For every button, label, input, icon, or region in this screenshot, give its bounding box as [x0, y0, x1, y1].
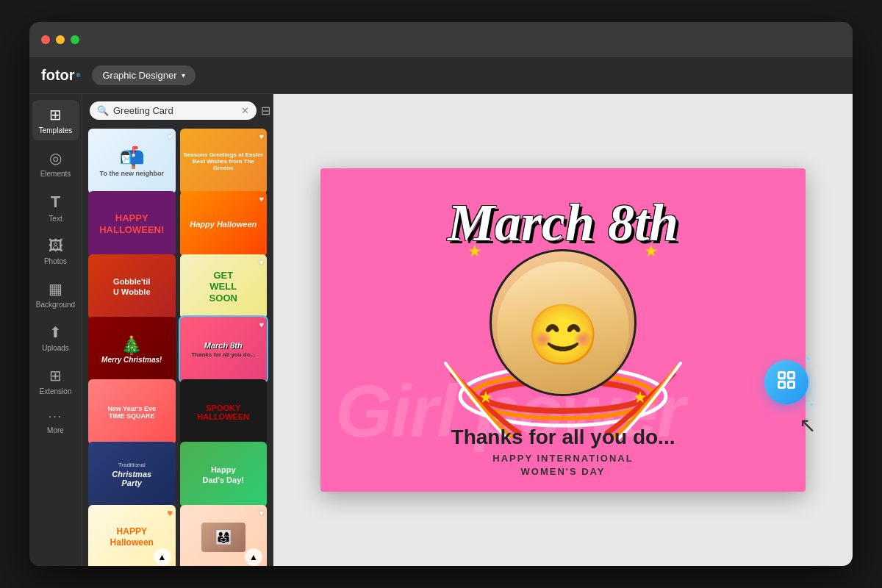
sparkle-icon-2: ✦	[808, 401, 814, 409]
sidebar-item-uploads[interactable]: ⬆ Uploads	[32, 318, 79, 358]
text-icon: T	[51, 193, 60, 212]
app-window: fotor® Graphic Designer ▾ ⊞ Templates ◎ …	[29, 22, 853, 566]
logo-superscript: ®	[76, 72, 81, 79]
extension-icon: ⊞	[49, 367, 62, 384]
template-card[interactable]: Happy Halloween ♥	[180, 191, 268, 257]
sidebar-item-label-templates: Templates	[39, 126, 73, 135]
star-bottom-right: ★	[633, 388, 648, 407]
template-card[interactable]: GETWELLSOON ♥	[180, 254, 268, 320]
graphic-designer-dropdown[interactable]: Graphic Designer ▾	[92, 65, 195, 85]
template-card-selected[interactable]: March 8th Thanks for all you do... ♥	[180, 317, 268, 382]
svg-rect-6	[788, 381, 794, 387]
sidebar-item-photos[interactable]: 🖼 Photos	[32, 232, 79, 271]
template-card[interactable]: HappyDad's Day!	[180, 442, 268, 507]
sidebar-item-text[interactable]: T Text	[32, 187, 79, 229]
elements-icon: ◎	[49, 149, 62, 167]
favorite-icon: ♥	[259, 257, 264, 268]
favorite-icon: ♥	[167, 508, 172, 518]
sparkle-icon: ✦	[804, 354, 811, 365]
favorite-icon: ♥	[259, 320, 264, 330]
favorite-icon: ♥	[167, 132, 172, 142]
top-header: fotor® Graphic Designer ▾	[29, 57, 853, 94]
star-right: ★	[644, 242, 659, 261]
search-bar: 🔍 ✕ ⊟	[82, 94, 273, 126]
more-icon: ···	[49, 410, 62, 423]
main-content: ⊞ Templates ◎ Elements T Text 🖼 Photos ▦…	[29, 94, 853, 566]
logo-text: fotor	[41, 67, 75, 84]
scroll-down-button[interactable]: ▲	[154, 548, 171, 566]
template-card[interactable]: 👨‍👩‍👧 ♥ ▲	[180, 505, 268, 566]
template-card[interactable]: Seasons Greetings at EasterBest Wishes f…	[180, 129, 268, 194]
templates-icon: ⊞	[49, 106, 62, 123]
fullscreen-button[interactable]	[71, 35, 79, 44]
sidebar: ⊞ Templates ◎ Elements T Text 🖼 Photos ▦…	[29, 94, 82, 566]
svg-rect-3	[779, 373, 785, 379]
template-card[interactable]: 📬 To the new neighbor ♥	[88, 129, 176, 194]
svg-rect-5	[779, 381, 785, 387]
sidebar-item-label-text: Text	[49, 215, 62, 223]
template-card[interactable]: Gobble'tilU Wobble	[88, 254, 176, 320]
chevron-down-icon: ▾	[182, 71, 185, 79]
photos-icon: 🖼	[49, 237, 63, 254]
logo: fotor®	[41, 67, 80, 84]
filter-button[interactable]: ⊟	[261, 104, 270, 118]
clear-search-button[interactable]: ✕	[241, 105, 249, 116]
sidebar-item-templates[interactable]: ⊞ Templates	[32, 100, 79, 140]
canvas-caption: HAPPY INTERNATIONAL WOMEN'S DAY	[451, 452, 675, 478]
scroll-down-button-2[interactable]: ▲	[245, 548, 262, 566]
canvas-area: Girl power	[273, 94, 853, 566]
dropdown-label: Graphic Designer	[102, 70, 176, 81]
favorite-icon: ♥	[259, 132, 264, 142]
star-bottom-left: ★	[478, 388, 493, 407]
sidebar-item-label-more: More	[47, 426, 64, 434]
photo-circle: 😊	[490, 249, 637, 396]
sidebar-item-background[interactable]: ▦ Background	[32, 274, 79, 315]
svg-rect-4	[788, 373, 794, 379]
canvas-card: Girl power	[320, 168, 806, 492]
search-input-wrap: 🔍 ✕	[90, 101, 257, 120]
sidebar-item-label-background: Background	[36, 301, 75, 309]
title-bar	[29, 22, 853, 57]
template-card[interactable]: Traditional ChristmasParty	[88, 442, 176, 507]
sidebar-item-label-elements: Elements	[40, 170, 71, 178]
template-card[interactable]: New Year's EveTIME SQUARE	[88, 379, 176, 445]
template-card[interactable]: SPOOKYHALLOWEEN	[180, 379, 268, 445]
sidebar-item-label-extension: Extension	[40, 387, 72, 395]
close-button[interactable]	[41, 35, 50, 44]
sidebar-item-label-uploads: Uploads	[42, 344, 69, 352]
sidebar-item-elements[interactable]: ◎ Elements	[32, 143, 79, 184]
templates-panel: 🔍 ✕ ⊟ 📬 To the new neighbor ♥	[82, 94, 273, 566]
heart-icon	[776, 370, 797, 395]
canvas-subtitle: Thanks for all you do...	[451, 426, 675, 449]
sidebar-item-more[interactable]: ··· More	[32, 404, 79, 440]
favorite-button[interactable]: ✦ ✦	[764, 360, 808, 404]
template-card[interactable]: HAPPYHALLOWEEN!	[88, 191, 176, 257]
uploads-icon: ⬆	[49, 323, 62, 341]
background-icon: ▦	[49, 280, 62, 298]
cursor: ↖	[799, 413, 816, 437]
template-card[interactable]: 🎄 Merry Christmas!	[88, 317, 176, 382]
sidebar-item-extension[interactable]: ⊞ Extension	[32, 361, 79, 401]
favorite-icon: ♥	[259, 194, 264, 204]
template-card[interactable]: HAPPYHalloween ♥ ▲	[88, 505, 176, 566]
favorite-icon: ♥	[259, 508, 264, 518]
sidebar-item-label-photos: Photos	[44, 257, 67, 265]
template-grid: 📬 To the new neighbor ♥ Seasons Greeting…	[82, 126, 273, 566]
star-left: ★	[467, 242, 482, 261]
minimize-button[interactable]	[56, 35, 65, 44]
search-input[interactable]	[113, 105, 237, 116]
search-icon: 🔍	[97, 105, 109, 116]
